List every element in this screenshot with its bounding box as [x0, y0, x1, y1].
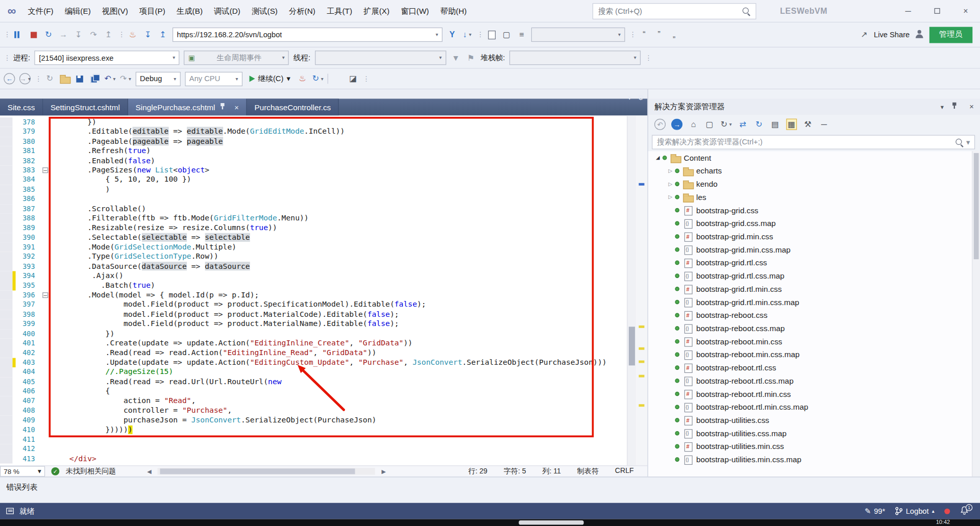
admin-button[interactable]: 管理员	[929, 27, 972, 43]
restart-application-icon[interactable]: ↻▾	[312, 73, 324, 84]
se-navigate-back-icon[interactable]: ↶	[654, 119, 666, 130]
breakpoint-margin[interactable]	[0, 415, 12, 425]
menu-item[interactable]: 调试(D)	[208, 1, 246, 22]
configurations-combo-dropdown-icon[interactable]: ▾	[618, 32, 621, 37]
breakpoint-margin[interactable]	[0, 329, 12, 339]
menu-item[interactable]: 工具(T)	[321, 1, 358, 22]
breakpoint-margin[interactable]	[0, 348, 12, 358]
browse-url-combo[interactable]: https://192.168.2.20/svn/Logbot▾	[173, 28, 443, 42]
process-combo-dropdown-icon[interactable]: ▾	[173, 55, 175, 61]
code-line[interactable]: 378 })	[0, 117, 648, 127]
refresh-file-icon[interactable]: ↻	[44, 73, 55, 84]
expand-icon[interactable]: ▷	[666, 181, 675, 187]
code-line[interactable]: 387 .Scrollable()	[0, 204, 648, 214]
hot-reload-icon[interactable]: ♨	[128, 29, 138, 40]
code-line[interactable]: 381 .Refresh(true)	[0, 146, 648, 156]
continue-dropdown-icon[interactable]: ▾	[286, 74, 290, 83]
editor-horizontal-scrollbar[interactable]	[158, 468, 375, 474]
code-line[interactable]: 404 //.PageSize(15)	[0, 367, 648, 377]
solution-configuration-combo[interactable]: Debug▾	[136, 71, 181, 86]
breakpoint-margin[interactable]	[0, 223, 12, 233]
tree-item[interactable]: bootstrap-grid.min.css	[648, 230, 980, 243]
menu-item[interactable]: 编辑(E)	[59, 1, 96, 22]
scrollbar-thumb[interactable]	[974, 153, 979, 259]
branch-item[interactable]: Logbot ▴	[895, 507, 935, 515]
toolbar-grip[interactable]: ⋮	[645, 54, 650, 62]
tree-item[interactable]: bootstrap-utilities.css	[648, 414, 980, 427]
se-properties-wrench-icon[interactable]: ⚒	[802, 119, 813, 130]
navigate-forward-icon[interactable]: →▾	[19, 73, 31, 84]
thread-combo[interactable]: ▾	[315, 51, 446, 65]
tree-item[interactable]: bootstrap-grid.rtl.css	[648, 256, 980, 269]
hot-reload-flame-icon[interactable]: ♨	[297, 73, 308, 84]
solution-tree-scrollbar[interactable]	[972, 151, 980, 477]
code-line[interactable]: 411	[0, 435, 648, 444]
taskbar-item[interactable]	[519, 520, 583, 525]
tree-item[interactable]: bootstrap-reboot.rtl.min.css	[648, 387, 980, 400]
tree-item[interactable]: ▷echarts	[648, 164, 980, 178]
breakpoint-margin[interactable]	[0, 117, 12, 127]
se-sync-with-active-document-icon[interactable]: ⇄	[738, 119, 748, 130]
breakpoint-margin[interactable]	[0, 300, 12, 310]
maximize-button[interactable]	[922, 0, 951, 22]
show-next-statement-icon[interactable]: →	[58, 29, 69, 40]
line-ending[interactable]: CRLF	[615, 467, 634, 476]
menu-item[interactable]: 分析(N)	[283, 1, 321, 22]
menu-item[interactable]: 帮助(H)	[434, 1, 472, 22]
comment-selection-icon[interactable]: “	[639, 29, 649, 40]
toolbar-grip[interactable]: ⋮	[118, 31, 123, 39]
background-tasks-icon[interactable]	[6, 508, 14, 514]
code-line[interactable]: 401 .Create(update => update.Action("Edi…	[0, 339, 648, 348]
code-line[interactable]: 399 model.Field(product => product.Mater…	[0, 319, 648, 329]
window-layout-icon[interactable]: ▢	[501, 29, 512, 40]
breakpoint-margin[interactable]	[0, 204, 12, 214]
document-tab[interactable]: Site.css	[0, 98, 43, 115]
error-list-bar[interactable]: 错误列表	[0, 477, 980, 503]
code-line[interactable]: 397 model.Field(product => product.Speci…	[0, 300, 648, 310]
pause-icon[interactable]	[13, 29, 24, 40]
continue-button[interactable]: 继续(C)▾	[247, 73, 292, 84]
lifecycle-events-combo[interactable]: ▣生命周期事件▾	[184, 51, 289, 65]
code-line[interactable]: 390 .Selectable(selectable => selectable	[0, 233, 648, 242]
breakpoint-margin[interactable]	[0, 252, 12, 262]
code-line[interactable]: 383– .PageSizes(new List<object>	[0, 165, 648, 175]
code-line[interactable]: 402 .Read(read => read.Action("EditingIn…	[0, 348, 648, 358]
tree-item[interactable]: bootstrap-reboot.rtl.css.map	[648, 374, 980, 387]
new-file-icon[interactable]	[486, 29, 497, 40]
solution-configuration-combo-dropdown-icon[interactable]: ▾	[174, 76, 176, 82]
code-line[interactable]: 400 })	[0, 329, 648, 339]
stack-frame-combo[interactable]: ▾	[509, 51, 641, 65]
tree-item[interactable]: bootstrap-grid.rtl.css.map	[648, 269, 980, 283]
breakpoint-margin[interactable]	[0, 310, 12, 319]
code-line[interactable]: 389 .Resizable(resize => resize.Columns(…	[0, 223, 648, 233]
breakpoint-margin[interactable]	[0, 444, 12, 454]
code-line[interactable]: 398 model.Field(product => product.Mater…	[0, 310, 648, 319]
pin-tab-icon[interactable]	[219, 102, 230, 113]
save-all-icon[interactable]	[89, 73, 100, 84]
notifications-button[interactable]: 1	[960, 506, 969, 516]
se-preview-selected-icon[interactable]: ─	[819, 119, 829, 130]
breakpoint-margin[interactable]	[0, 396, 12, 406]
close-panel-icon[interactable]: ×	[969, 103, 974, 111]
breakpoint-margin[interactable]	[0, 271, 12, 281]
step-out-icon[interactable]: ↥	[103, 29, 114, 40]
search-options-chevron-icon[interactable]: ▾	[966, 138, 970, 146]
screenshot-icon[interactable]: ◪	[348, 73, 358, 84]
code-line[interactable]: 396– .Model(model => { model.Id(p => p.I…	[0, 290, 648, 300]
menu-item[interactable]: 项目(P)	[134, 1, 171, 22]
menu-item[interactable]: 扩展(X)	[358, 1, 395, 22]
menu-item[interactable]: 生成(B)	[171, 1, 208, 22]
breakpoint-margin[interactable]	[0, 290, 12, 300]
solution-platform-combo-dropdown-icon[interactable]: ▾	[235, 76, 238, 82]
breakpoint-margin[interactable]	[0, 339, 12, 348]
uncomment-selection-icon[interactable]: ”	[654, 29, 665, 40]
se-collapse-all-icon[interactable]: ▤	[770, 119, 780, 130]
code-line[interactable]: 395 .Batch(true)	[0, 281, 648, 291]
tree-item[interactable]: bootstrap-reboot.rtl.min.css.map	[648, 400, 980, 414]
live-share-label[interactable]: Live Share	[874, 30, 910, 39]
tree-item[interactable]: bootstrap-reboot.css	[648, 309, 980, 322]
navigate-back-icon[interactable]: ←	[4, 73, 15, 84]
find-in-files-icon[interactable]	[333, 73, 344, 84]
flag-threads-icon[interactable]: ⚑	[465, 52, 476, 63]
undo-icon[interactable]: ↶▾	[104, 73, 115, 84]
